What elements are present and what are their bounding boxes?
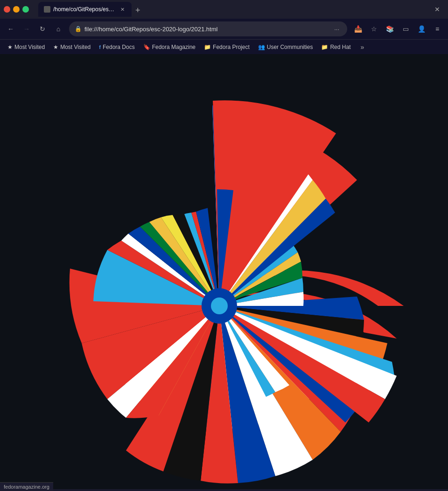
- window-maximize-button[interactable]: [22, 6, 29, 13]
- menu-button[interactable]: ≡: [430, 22, 444, 36]
- tab-favicon: [44, 6, 50, 13]
- bookmark-label-4: Fedora Magazine: [152, 44, 196, 50]
- pocket-button[interactable]: 📥: [351, 22, 365, 36]
- fedora-magazine-icon: 🔖: [143, 44, 150, 50]
- account-button[interactable]: 👤: [414, 22, 428, 36]
- browser-chrome: /home/co/GitRepos/esc-202 ✕ + ✕ ← → ↻ ⌂ …: [0, 0, 448, 54]
- lock-icon: 🔒: [75, 26, 82, 32]
- content-area: [0, 54, 448, 489]
- fedora-docs-icon: f: [99, 44, 101, 50]
- bookmark-most-visited-2[interactable]: ★ Most Visited: [49, 42, 94, 52]
- bookmark-fedora-magazine[interactable]: 🔖 Fedora Magazine: [140, 42, 199, 52]
- new-tab-button[interactable]: +: [132, 4, 144, 17]
- status-bar: fedoramagazine.org: [0, 482, 53, 491]
- active-tab[interactable]: /home/co/GitRepos/esc-202 ✕: [38, 2, 132, 17]
- url-input[interactable]: [84, 26, 329, 33]
- forward-button[interactable]: →: [20, 22, 34, 36]
- bookmark-red-hat[interactable]: 📁 Red Hat: [317, 42, 354, 52]
- wind-rose-chart: [0, 54, 448, 489]
- tab-bar: /home/co/GitRepos/esc-202 ✕ +: [35, 2, 428, 17]
- fedora-project-icon: 📁: [204, 44, 211, 50]
- back-button[interactable]: ←: [4, 22, 18, 36]
- bookmark-label-5: Fedora Project: [213, 44, 250, 50]
- bookmark-label-2: Most Visited: [60, 44, 91, 50]
- bookmark-label-1: Most Visited: [14, 44, 45, 50]
- home-button[interactable]: ⌂: [51, 22, 65, 36]
- star-icon-1: ★: [7, 44, 13, 50]
- tab-title: /home/co/GitRepos/esc-202: [53, 6, 116, 13]
- bookmark-label-7: Red Hat: [330, 44, 350, 50]
- red-hat-icon: 📁: [321, 44, 328, 50]
- window-close-x-button[interactable]: ✕: [430, 2, 444, 16]
- toolbar-icons: 📥 ☆ 📚 ▭ 👤 ≡: [351, 22, 444, 36]
- user-communities-icon: 👥: [258, 44, 265, 50]
- bookmarks-bar: ★ Most Visited ★ Most Visited f Fedora D…: [0, 39, 448, 54]
- bookmark-most-visited-1[interactable]: ★ Most Visited: [4, 42, 49, 52]
- refresh-button[interactable]: ↻: [35, 22, 49, 36]
- bookmark-user-communities[interactable]: 👥 User Communities: [254, 42, 317, 52]
- bookmarks-extend-button[interactable]: »: [355, 40, 369, 54]
- bookmark-fedora-docs[interactable]: f Fedora Docs: [95, 42, 138, 52]
- address-bar-actions: ···: [332, 24, 342, 34]
- window-minimize-button[interactable]: [13, 6, 20, 13]
- window-controls: [4, 6, 29, 13]
- bookmark-fedora-project[interactable]: 📁 Fedora Project: [200, 42, 253, 52]
- tab-close-button[interactable]: ✕: [119, 6, 126, 13]
- more-button[interactable]: ···: [332, 24, 342, 34]
- svg-point-4: [211, 297, 228, 314]
- bookmark-label-6: User Communities: [267, 44, 313, 50]
- window-close-button[interactable]: [4, 6, 10, 13]
- address-bar: 🔒 ···: [69, 21, 347, 36]
- title-bar: /home/co/GitRepos/esc-202 ✕ + ✕: [0, 0, 448, 19]
- nav-bar: ← → ↻ ⌂ 🔒 ··· 📥 ☆ 📚 ▭ 👤 ≡: [0, 19, 448, 39]
- library-button[interactable]: 📚: [383, 22, 397, 36]
- sidebar-button[interactable]: ▭: [399, 22, 413, 36]
- star-icon-2: ★: [53, 44, 58, 50]
- star-button[interactable]: ☆: [367, 22, 381, 36]
- status-text: fedoramagazine.org: [4, 484, 49, 490]
- bookmark-label-3: Fedora Docs: [103, 44, 135, 50]
